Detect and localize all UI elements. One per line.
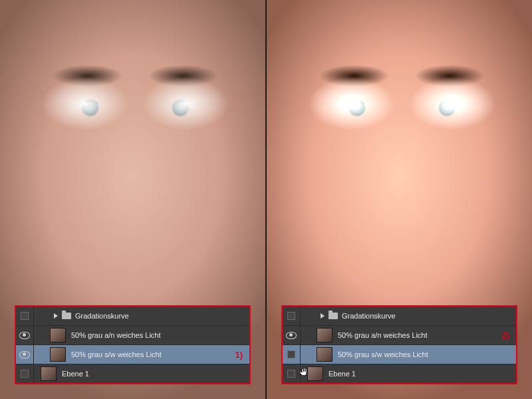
visibility-toggle[interactable] xyxy=(16,307,34,325)
layers-panel-left: Gradationskurve 50% grau a/n weiches Lic… xyxy=(15,305,251,384)
layer-label: 50% grau s/w weiches Licht xyxy=(338,350,428,358)
layer-label: Gradationskurve xyxy=(75,312,129,320)
layers-panel-right: Gradationskurve 50% grau a/n weiches Lic… xyxy=(281,305,517,384)
layer-row[interactable]: 50% grau s/w weiches Licht xyxy=(283,344,516,364)
pane-right: Gradationskurve 50% grau a/n weiches Lic… xyxy=(265,0,532,399)
disclosure-triangle-icon[interactable] xyxy=(321,313,325,319)
layer-row[interactable]: Ebene 1 xyxy=(283,364,516,383)
comparison-split: Gradationskurve 50% grau a/n weiches Lic… xyxy=(0,0,532,399)
layer-thumbnail xyxy=(41,366,57,381)
layer-thumbnail xyxy=(317,347,332,362)
eye-icon xyxy=(19,332,30,339)
layer-row-group[interactable]: Gradationskurve xyxy=(283,307,516,325)
visibility-toggle[interactable] xyxy=(283,326,301,344)
eye-icon xyxy=(19,351,30,358)
layer-row[interactable]: 50% grau a/n weiches Licht 2) xyxy=(283,325,516,344)
layer-label: 50% grau s/w weiches Licht xyxy=(71,350,162,358)
callout-label: 2) xyxy=(501,331,509,340)
pane-left: Gradationskurve 50% grau a/n weiches Lic… xyxy=(0,0,265,399)
visibility-toggle[interactable] xyxy=(283,364,301,383)
layer-row-group[interactable]: Gradationskurve xyxy=(16,307,249,325)
layer-row[interactable]: 50% grau s/w weiches Licht 1) xyxy=(16,344,249,364)
layer-thumbnail xyxy=(50,328,66,342)
layer-label: Ebene 1 xyxy=(62,370,89,378)
visibility-toggle[interactable] xyxy=(16,345,34,364)
folder-icon xyxy=(62,313,71,319)
layer-row[interactable]: 50% grau a/n weiches Licht xyxy=(16,325,249,344)
visibility-toggle[interactable] xyxy=(16,364,34,383)
layer-thumbnail xyxy=(50,347,66,362)
eye-icon xyxy=(286,332,297,339)
visibility-toggle[interactable] xyxy=(16,326,34,344)
visibility-toggle[interactable] xyxy=(283,345,301,364)
layer-label: 50% grau a/n weiches Licht xyxy=(71,331,161,339)
folder-icon xyxy=(329,313,338,319)
layer-row[interactable]: Ebene 1 xyxy=(16,364,249,383)
visibility-toggle[interactable] xyxy=(283,307,301,325)
disclosure-triangle-icon[interactable] xyxy=(54,313,58,319)
layer-label: Ebene 1 xyxy=(329,370,356,378)
layer-label: Gradationskurve xyxy=(342,312,396,320)
callout-label: 1) xyxy=(235,350,243,360)
layer-thumbnail xyxy=(317,328,332,342)
layer-thumbnail xyxy=(307,366,323,381)
layer-label: 50% grau a/n weiches Licht xyxy=(338,331,428,339)
